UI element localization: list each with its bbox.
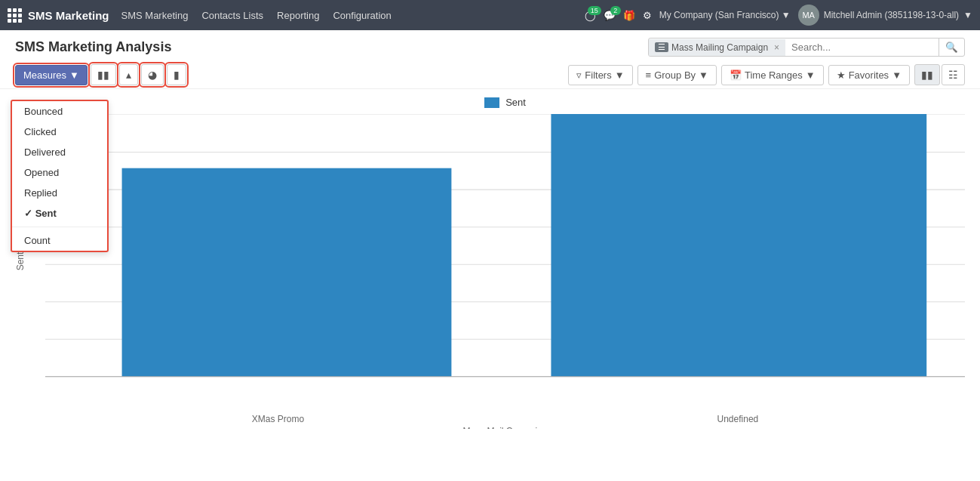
chart-container: Sent 0.00 1.00 2.00 3.00 4.00 5.00 6.00 … xyxy=(45,114,965,409)
x-label-xmas-promo: XMas Promo xyxy=(252,414,304,424)
app-brand[interactable]: SMS Marketing xyxy=(8,8,109,23)
timeranges-button[interactable]: 📅 Time Ranges ▼ xyxy=(721,65,824,85)
activity-notification[interactable]: ◯ 15 xyxy=(585,10,596,21)
groupby-label: Group By xyxy=(654,69,696,81)
gift-icon[interactable]: 🎁 xyxy=(623,10,635,21)
toolbar-right: ▿ Filters ▼ ≡ Group By ▼ 📅 Time Ranges ▼… xyxy=(568,64,965,85)
search-tag-mass-mailing: ☰ Mass Mailing Campaign × xyxy=(649,39,785,56)
bar-chart-svg: 0.00 1.00 2.00 3.00 4.00 5.00 6.00 0.00 xyxy=(45,114,965,409)
nav-reporting[interactable]: Reporting xyxy=(277,10,319,21)
groupby-button[interactable]: ≡ Group By ▼ xyxy=(637,65,717,85)
stack-chart-button[interactable]: ▮ xyxy=(167,64,186,85)
favorites-button[interactable]: ★ Favorites ▼ xyxy=(828,65,910,85)
legend-color-sent xyxy=(484,97,499,108)
filters-button[interactable]: ▿ Filters ▼ xyxy=(568,65,632,85)
nav-right: ◯ 15 💬 2 🎁 ⚙ My Company (San Francisco) … xyxy=(585,5,972,26)
chart-area: Sent Sent 0.00 1.00 2.00 3.00 4.00 5.00 … xyxy=(0,89,980,429)
measures-button[interactable]: Measures ▼ xyxy=(15,65,88,85)
chat-count: 2 xyxy=(610,6,621,15)
grid-view-button[interactable]: ☷ xyxy=(942,64,965,85)
filter-icon: ▿ xyxy=(576,69,582,81)
nav-configuration[interactable]: Configuration xyxy=(333,10,391,21)
star-icon: ★ xyxy=(837,69,846,81)
measure-sent[interactable]: Sent xyxy=(12,203,107,224)
bar-undefined xyxy=(551,114,926,377)
settings-icon[interactable]: ⚙ xyxy=(643,10,652,21)
measure-count[interactable]: Count xyxy=(12,230,107,251)
tag-label: Mass Mailing Campaign xyxy=(671,42,768,53)
measure-replied[interactable]: Replied xyxy=(12,183,107,203)
groupby-icon: ≡ xyxy=(646,69,652,81)
bar-view-button[interactable]: ▮▮ xyxy=(914,64,940,85)
bar-chart-button[interactable]: ▮▮ xyxy=(91,64,116,85)
activity-count: 15 xyxy=(588,6,601,15)
company-selector[interactable]: My Company (San Francisco) ▼ xyxy=(659,10,791,20)
pie-chart-button[interactable]: ◕ xyxy=(141,64,164,85)
measures-label: Measures xyxy=(23,69,66,81)
app-title: SMS Marketing xyxy=(28,9,109,22)
filters-label: Filters xyxy=(585,69,611,81)
line-chart-button[interactable]: ▴ xyxy=(119,64,138,85)
measure-clicked[interactable]: Clicked xyxy=(12,122,107,142)
search-input[interactable] xyxy=(785,39,939,56)
bar-xmas-promo xyxy=(122,168,452,377)
nav-sms-marketing[interactable]: SMS Marketing xyxy=(121,10,189,21)
chat-notification[interactable]: 💬 2 xyxy=(604,10,616,21)
tag-icon: ☰ xyxy=(655,42,668,52)
user-menu[interactable]: MA Mitchell Admin (3851198-13-0-all) ▼ xyxy=(798,5,972,26)
chart-legend: Sent xyxy=(45,97,965,108)
search-bar: ☰ Mass Mailing Campaign × 🔍 xyxy=(648,38,965,57)
toolbar-left: Measures ▼ ▮▮ ▴ ◕ ▮ xyxy=(15,64,186,85)
measure-delivered[interactable]: Delivered xyxy=(12,142,107,162)
timeranges-label: Time Ranges xyxy=(745,69,803,81)
user-name: Mitchell Admin (3851198-13-0-all) xyxy=(824,10,959,20)
x-label-undefined: Undefined xyxy=(717,414,759,424)
measure-opened[interactable]: Opened xyxy=(12,162,107,183)
top-navigation: SMS Marketing SMS Marketing Contacts Lis… xyxy=(0,0,980,30)
measure-bounced[interactable]: Bounced xyxy=(12,101,107,122)
page-title: SMS Marketing Analysis xyxy=(15,39,171,55)
search-button[interactable]: 🔍 xyxy=(939,39,964,56)
x-axis-labels: XMas Promo Undefined xyxy=(45,411,965,424)
calendar-icon: 📅 xyxy=(730,69,742,81)
user-avatar: MA xyxy=(798,5,819,26)
favorites-label: Favorites xyxy=(849,69,889,81)
toolbar: Measures ▼ ▮▮ ▴ ◕ ▮ ▿ Filters ▼ ≡ Group … xyxy=(0,61,980,89)
apps-icon[interactable] xyxy=(8,8,22,23)
view-toggle: ▮▮ ☷ xyxy=(914,64,965,85)
y-axis-label: Sent xyxy=(15,252,26,271)
x-axis-title: Mass Mail Campaign xyxy=(45,426,965,429)
remove-tag-button[interactable]: × xyxy=(774,42,779,53)
nav-contacts-lists[interactable]: Contacts Lists xyxy=(201,10,263,21)
legend-label-sent: Sent xyxy=(505,97,526,108)
nav-links: SMS Marketing Contacts Lists Reporting C… xyxy=(121,10,573,21)
measures-caret: ▼ xyxy=(69,69,79,81)
page-header: SMS Marketing Analysis ☰ Mass Mailing Ca… xyxy=(0,30,980,61)
measures-dropdown: Bounced Clicked Delivered Opened Replied… xyxy=(11,100,109,252)
